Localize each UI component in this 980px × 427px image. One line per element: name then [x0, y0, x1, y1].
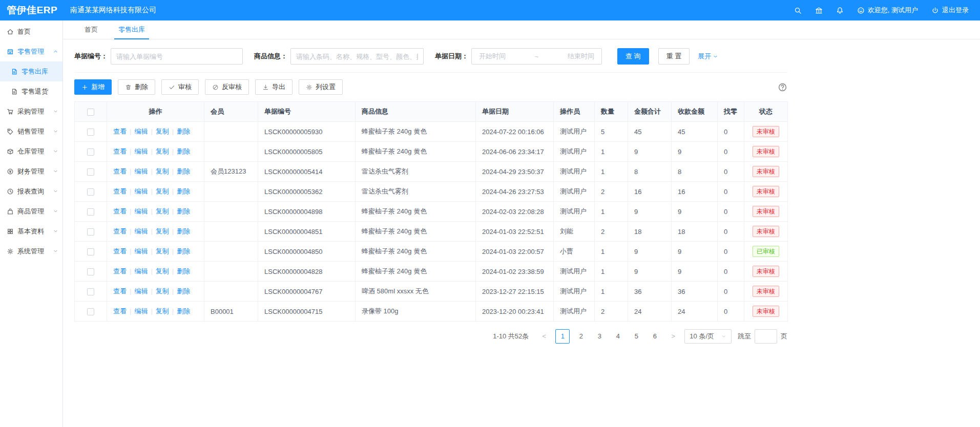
copy-link[interactable]: 复制	[156, 227, 169, 235]
copy-link[interactable]: 复制	[156, 167, 169, 175]
sidebar-item-reports[interactable]: 报表查询	[0, 181, 62, 201]
sidebar-item-retail-return[interactable]: 零售退货	[0, 81, 62, 101]
search-button[interactable]: 查 询	[617, 48, 649, 65]
delete-link[interactable]: 删除	[177, 207, 190, 215]
view-link[interactable]: 查看	[113, 267, 127, 275]
expand-link[interactable]: 展开	[698, 52, 718, 61]
row-checkbox[interactable]	[87, 268, 94, 275]
link-divider: |	[172, 267, 174, 275]
edit-link[interactable]: 编辑	[134, 207, 148, 215]
edit-link[interactable]: 编辑	[134, 227, 148, 235]
row-checkbox[interactable]	[87, 188, 94, 196]
main-area: 首页零售出库 单据编号： 商品信息： 单据日期： 开始时间	[63, 20, 980, 427]
copy-link[interactable]: 复制	[156, 267, 169, 275]
edit-link[interactable]: 编辑	[134, 187, 148, 195]
cell-operator: 测试用户	[554, 122, 595, 142]
page-button-3[interactable]: 3	[592, 329, 607, 344]
edit-link[interactable]: 编辑	[134, 127, 148, 135]
sidebar-item-goods[interactable]: 商品管理	[0, 201, 62, 221]
jump-input[interactable]	[755, 329, 777, 344]
edit-link[interactable]: 编辑	[134, 287, 148, 295]
row-checkbox[interactable]	[87, 228, 94, 236]
view-link[interactable]: 查看	[113, 207, 127, 215]
copy-link[interactable]: 复制	[156, 127, 169, 135]
tab-retail-outbound[interactable]: 零售出库	[109, 20, 154, 39]
page-button-6[interactable]: 6	[648, 329, 662, 344]
sidebar-item-retail[interactable]: 零售管理	[0, 41, 62, 61]
view-link[interactable]: 查看	[113, 287, 127, 295]
copy-link[interactable]: 复制	[156, 187, 169, 195]
sidebar-item-sales[interactable]: 销售管理	[0, 121, 62, 141]
status-badge: 未审核	[753, 266, 779, 276]
cell-product: 蜂蜜柚子茶 240g 黄色	[356, 242, 476, 262]
view-link[interactable]: 查看	[113, 187, 127, 195]
copy-link[interactable]: 复制	[156, 287, 169, 295]
next-page-button[interactable]: >	[666, 329, 680, 344]
link-divider: |	[130, 307, 131, 315]
date-range-picker[interactable]: 开始时间 ~ 结束时间	[471, 48, 602, 65]
cell-order-no: LSCK00000005362	[258, 182, 356, 202]
edit-link[interactable]: 编辑	[134, 307, 148, 315]
sidebar-item-retail-outbound[interactable]: 零售出库	[0, 61, 62, 81]
row-checkbox[interactable]	[87, 248, 94, 255]
reset-button[interactable]: 重 置	[658, 48, 690, 65]
delete-link[interactable]: 删除	[177, 187, 190, 195]
sidebar-item-basic-data[interactable]: 基本资料	[0, 221, 62, 241]
product-input[interactable]	[290, 48, 424, 65]
prev-page-button[interactable]: <	[537, 329, 551, 344]
edit-link[interactable]: 编辑	[134, 267, 148, 275]
column-settings-button[interactable]: 列设置	[299, 79, 343, 95]
row-checkbox[interactable]	[87, 148, 94, 156]
delete-link[interactable]: 删除	[177, 127, 190, 135]
bank-icon[interactable]	[815, 7, 823, 14]
add-button[interactable]: 新增	[74, 79, 112, 95]
user-welcome[interactable]: 欢迎您, 测试用户	[857, 6, 918, 15]
page-button-5[interactable]: 5	[629, 329, 643, 344]
delete-button[interactable]: 删除	[118, 79, 155, 95]
view-link[interactable]: 查看	[113, 307, 127, 315]
page-size-select[interactable]: 10 条/页	[684, 329, 732, 344]
view-link[interactable]: 查看	[113, 167, 127, 175]
edit-link[interactable]: 编辑	[134, 167, 148, 175]
row-checkbox[interactable]	[87, 308, 94, 315]
delete-link[interactable]: 删除	[177, 147, 190, 155]
order-no-input[interactable]	[111, 48, 243, 65]
row-checkbox[interactable]	[87, 129, 94, 136]
delete-link[interactable]: 删除	[177, 227, 190, 235]
edit-link[interactable]: 编辑	[134, 147, 148, 155]
tab-home[interactable]: 首页	[75, 20, 107, 39]
copy-link[interactable]: 复制	[156, 307, 169, 315]
page-button-2[interactable]: 2	[574, 329, 588, 344]
search-icon[interactable]	[794, 7, 802, 14]
row-checkbox[interactable]	[87, 208, 94, 216]
unaudit-button[interactable]: 反审核	[205, 79, 249, 95]
delete-link[interactable]: 删除	[177, 287, 190, 295]
page-button-4[interactable]: 4	[611, 329, 625, 344]
delete-link[interactable]: 删除	[177, 247, 190, 255]
help-icon[interactable]	[778, 82, 787, 92]
sidebar-item-home[interactable]: 首页	[0, 22, 62, 41]
logout-button[interactable]: 退出登录	[931, 6, 969, 15]
row-checkbox[interactable]	[87, 288, 94, 295]
sidebar-item-purchase[interactable]: 采购管理	[0, 101, 62, 121]
view-link[interactable]: 查看	[113, 247, 127, 255]
view-link[interactable]: 查看	[113, 147, 127, 155]
copy-link[interactable]: 复制	[156, 147, 169, 155]
view-link[interactable]: 查看	[113, 127, 127, 135]
edit-link[interactable]: 编辑	[134, 247, 148, 255]
delete-link[interactable]: 删除	[177, 267, 190, 275]
view-link[interactable]: 查看	[113, 227, 127, 235]
delete-link[interactable]: 删除	[177, 307, 190, 315]
sidebar-item-warehouse[interactable]: 仓库管理	[0, 141, 62, 161]
sidebar-item-finance[interactable]: 财务管理	[0, 161, 62, 181]
page-button-1[interactable]: 1	[555, 329, 570, 344]
notification-bell-icon[interactable]	[836, 7, 844, 14]
row-checkbox[interactable]	[87, 168, 94, 176]
audit-button[interactable]: 审核	[161, 79, 199, 95]
delete-link[interactable]: 删除	[177, 167, 190, 175]
select-all-checkbox[interactable]	[87, 109, 94, 116]
copy-link[interactable]: 复制	[156, 247, 169, 255]
export-button[interactable]: 导出	[255, 79, 293, 95]
sidebar-item-system[interactable]: 系统管理	[0, 241, 62, 261]
copy-link[interactable]: 复制	[156, 207, 169, 215]
